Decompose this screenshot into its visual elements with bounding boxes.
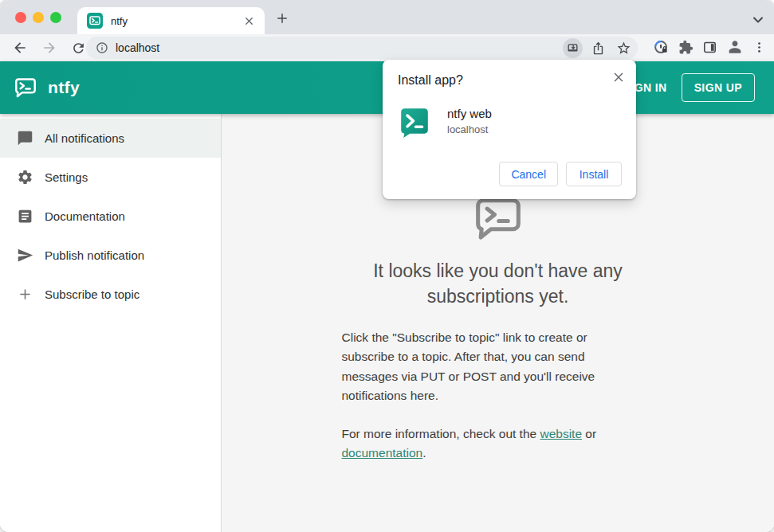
browser-window: ntfy localhost: [0, 0, 774, 532]
empty-state-more-info: For more information, check out the webs…: [342, 424, 654, 463]
chat-bubble-icon: [17, 130, 33, 147]
ntfy-app-icon: [398, 106, 431, 139]
tab-strip: ntfy: [0, 0, 774, 34]
password-extension-icon[interactable]: [653, 39, 670, 56]
cancel-button[interactable]: Cancel: [499, 162, 558, 186]
sidebar-item-documentation[interactable]: Documentation: [0, 197, 221, 236]
sidebar: All notifications Settings Documentation…: [0, 114, 222, 532]
sidebar-item-label: Publish notification: [45, 248, 144, 262]
sidebar-item-label: Documentation: [45, 209, 125, 223]
zoom-window-button[interactable]: [50, 12, 61, 23]
sign-up-button[interactable]: SIGN UP: [682, 73, 755, 102]
gear-icon: [17, 169, 33, 186]
back-icon[interactable]: [12, 40, 28, 56]
dialog-close-icon[interactable]: [610, 68, 627, 86]
ntfy-terminal-icon-large: [342, 195, 654, 246]
send-icon: [17, 247, 33, 264]
share-icon[interactable]: [588, 38, 608, 58]
sidebar-item-settings[interactable]: Settings: [0, 158, 221, 197]
sidebar-item-label: Subscribe to topic: [45, 288, 139, 301]
tab-title: ntfy: [111, 15, 243, 27]
tab-close-icon[interactable]: [243, 15, 255, 27]
site-info-icon[interactable]: [96, 41, 108, 54]
sidebar-item-publish-notification[interactable]: Publish notification: [0, 236, 221, 275]
tab-favicon-ntfy-icon: [87, 13, 103, 29]
plus-icon: [17, 286, 33, 303]
bookmark-star-icon[interactable]: [614, 38, 634, 58]
documentation-link[interactable]: documentation: [342, 446, 423, 460]
dialog-app-origin: localhost: [447, 123, 492, 135]
app-title: ntfy: [48, 78, 80, 97]
new-tab-button[interactable]: [274, 10, 290, 26]
extensions-puzzle-icon[interactable]: [678, 40, 693, 55]
address-bar[interactable]: localhost: [86, 37, 638, 59]
article-icon: [17, 208, 33, 225]
browser-tab[interactable]: ntfy: [77, 7, 265, 34]
side-panel-icon[interactable]: [702, 40, 717, 55]
close-window-button[interactable]: [15, 12, 26, 23]
sidebar-item-subscribe-to-topic[interactable]: Subscribe to topic: [0, 275, 221, 314]
empty-state-heading: It looks like you don't have any subscri…: [342, 259, 654, 309]
dialog-app-name: ntfy web: [447, 107, 492, 120]
sidebar-item-all-notifications[interactable]: All notifications: [0, 119, 221, 158]
browser-toolbar: localhost: [0, 34, 774, 61]
minimize-window-button[interactable]: [33, 12, 44, 23]
ntfy-logo-icon: [13, 75, 38, 100]
empty-state-paragraph: Click the "Subscribe to topic" link to c…: [342, 328, 654, 405]
install-app-dialog: Install app? ntfy web localhost Cancel I…: [383, 60, 636, 199]
more-info-text: .: [422, 446, 426, 460]
reload-icon[interactable]: [71, 41, 86, 56]
url-text: localhost: [116, 41, 159, 54]
tab-search-chevron-icon[interactable]: [752, 13, 764, 27]
more-info-text: or: [582, 427, 596, 440]
kebab-menu-icon[interactable]: [752, 41, 766, 54]
website-link[interactable]: website: [540, 427, 582, 440]
forward-icon[interactable]: [41, 40, 57, 56]
dialog-title: Install app?: [398, 73, 622, 88]
install-button[interactable]: Install: [566, 162, 622, 186]
profile-avatar[interactable]: [726, 38, 744, 56]
sidebar-item-label: All notifications: [45, 131, 124, 145]
traffic-lights: [15, 12, 61, 23]
install-app-icon[interactable]: [563, 38, 583, 58]
more-info-text: For more information, check out the: [342, 427, 540, 440]
sidebar-item-label: Settings: [45, 170, 88, 184]
